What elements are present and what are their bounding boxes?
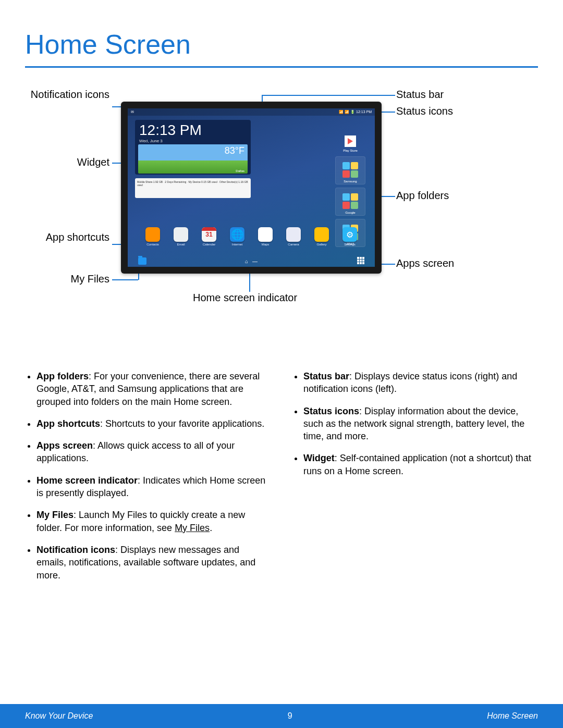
play-store-shortcut: Play Store (335, 129, 365, 153)
list-item: My Files: Launch My Files to quickly cre… (36, 509, 271, 534)
callout-home-indicator: Home screen indicator (193, 292, 297, 304)
list-item: Notification icons: Displays new message… (36, 544, 271, 582)
nav-row: ⌂— (128, 255, 375, 267)
list-item: Widget: Self-contained application (not … (303, 452, 538, 477)
dock-label: Internet (232, 243, 242, 246)
dock-label: Contacts (146, 243, 159, 246)
data-usage-widget: Mobile Share 1.92 GB · 2 Days Remaining … (135, 178, 251, 198)
email-shortcut: Email (172, 227, 190, 253)
description-columns: App folders: For your convenience, there… (0, 334, 563, 591)
home-indicator: ⌂— (245, 258, 258, 264)
folder-icon (342, 193, 358, 209)
my-files-icon (138, 257, 146, 265)
callout-notification-icons: Notification icons (21, 89, 109, 101)
calendar-icon: 31 (202, 227, 216, 242)
list-item: Home screen indicator: Indicates which H… (36, 474, 271, 500)
page-title: Home Screen (25, 29, 563, 60)
dock-label: Camera (288, 243, 299, 246)
widget-temp: 83°F (225, 145, 244, 156)
list-item: App folders: For your convenience, there… (36, 370, 271, 408)
gallery-icon (314, 227, 329, 242)
page-number: 9 (288, 711, 292, 721)
maps-shortcut: Maps (256, 227, 275, 253)
widget-location: Dallas (236, 169, 244, 172)
apps-screen-icon (357, 257, 364, 264)
callout-app-folders: App folders (396, 190, 449, 202)
widget-date: Wed, June 3 (139, 139, 247, 143)
callout-my-files: My Files (21, 273, 109, 285)
camera-shortcut: Camera (284, 227, 303, 253)
widget-weather-image: 83°F Dallas (138, 144, 248, 174)
home-screen-diagram: Notification icons Widget App shortcuts … (21, 89, 542, 334)
right-column: Status bar: Displays device status icons… (292, 370, 538, 591)
list-item: Status bar: Displays device status icons… (303, 370, 538, 396)
clock-weather-widget: 12:13 PM Wed, June 3 83°F Dallas (135, 120, 251, 175)
status-bar: ✉ 📶 📶 🔋 12:13 PM (128, 108, 375, 116)
leader-line (112, 279, 138, 280)
callout-status-icons: Status icons (396, 105, 453, 117)
contacts-icon (145, 227, 160, 242)
leader-line (262, 95, 395, 96)
globe-icon: 🌐 (230, 227, 244, 242)
dock-label: Calendar (203, 243, 215, 246)
folder-label: Google (336, 211, 365, 214)
calendar-shortcut: 31Calendar (200, 227, 218, 253)
folder-label: Samsung (336, 180, 365, 183)
maps-icon (258, 227, 273, 242)
callout-status-bar: Status bar (396, 89, 444, 101)
status-icons-area: 📶 📶 🔋 12:13 PM (339, 110, 372, 114)
widget-time: 12:13 PM (139, 122, 247, 139)
folder-icon (342, 162, 358, 178)
footer-left: Know Your Device (25, 711, 93, 721)
settings-shortcut: ⚙Settings (340, 227, 359, 253)
title-underline (25, 66, 538, 68)
callout-widget: Widget (21, 156, 109, 168)
footer-right: Home Screen (487, 711, 538, 721)
dock-label: Settings (344, 243, 356, 246)
list-item: App shortcuts: Shortcuts to your favorit… (36, 417, 271, 430)
camera-icon (286, 227, 301, 242)
play-store-icon (345, 135, 356, 147)
app-dock: Contacts Email 31Calendar 🌐Internet Maps… (140, 227, 362, 253)
tablet-frame: ✉ 📶 📶 🔋 12:13 PM 12:13 PM Wed, June 3 83… (121, 102, 382, 274)
folder-label: Play Store (335, 149, 365, 152)
list-item: Apps screen: Allows quick access to all … (36, 439, 271, 465)
callout-app-shortcuts: App shortcuts (21, 231, 109, 243)
list-item: Status icons: Display information about … (303, 405, 538, 443)
dock-label: Email (177, 243, 185, 246)
gallery-shortcut: Gallery (312, 227, 331, 253)
callout-apps-screen: Apps screen (396, 257, 454, 269)
dock-label: Maps (262, 243, 270, 246)
left-column: App folders: For your convenience, there… (25, 370, 271, 591)
contacts-shortcut: Contacts (143, 227, 162, 253)
dock-label: Gallery (316, 243, 326, 246)
email-icon (174, 227, 188, 242)
google-folder: Google (335, 188, 365, 216)
notification-icons-area: ✉ (131, 110, 134, 114)
my-files-link[interactable]: My Files (175, 523, 210, 533)
page-footer: Know Your Device 9 Home Screen (0, 704, 563, 728)
gear-icon: ⚙ (342, 227, 357, 242)
internet-shortcut: 🌐Internet (228, 227, 247, 253)
tablet-screen: ✉ 📶 📶 🔋 12:13 PM 12:13 PM Wed, June 3 83… (128, 108, 375, 267)
samsung-folder: Samsung (335, 156, 365, 184)
